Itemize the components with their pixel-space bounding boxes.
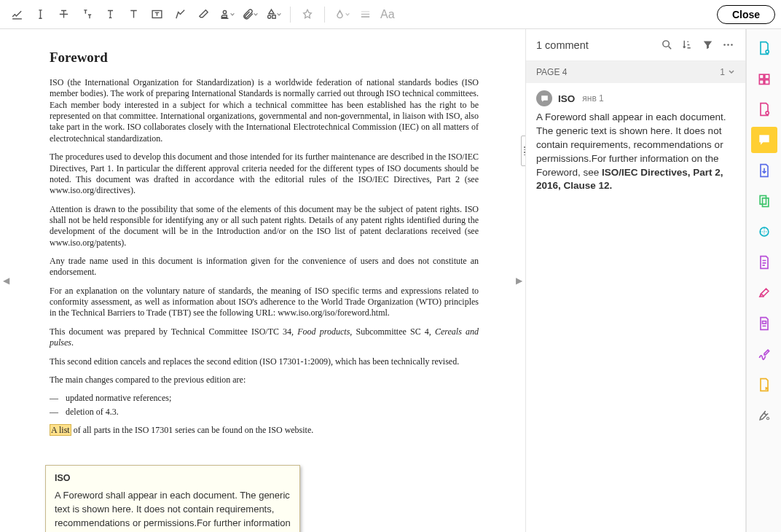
list-item: —deletion of 4.3. — [50, 407, 479, 418]
page-label: PAGE 4 — [536, 67, 567, 77]
svg-rect-10 — [764, 74, 769, 79]
next-page-button[interactable]: ▶ — [516, 275, 522, 286]
document-page: Foreword ISO (the International Organiza… — [26, 29, 502, 532]
close-button[interactable]: Close — [717, 5, 775, 24]
edit-pdf-icon[interactable] — [751, 96, 777, 122]
create-pdf-icon[interactable] — [751, 35, 777, 61]
page-heading: Foreword — [50, 50, 479, 66]
para-8: The main changes compared to the previou… — [50, 375, 479, 386]
pencil-underline-icon[interactable] — [6, 4, 28, 26]
para-3: Attention is drawn to the possibility th… — [50, 204, 479, 249]
organize-pages-icon[interactable] — [751, 188, 777, 214]
prev-page-button[interactable]: ◀ — [3, 275, 9, 286]
comments-panel: 1 comment PAGE 4 1 ISO янв 1 — [526, 29, 746, 532]
note-body: A Foreword shall appear in each document… — [55, 489, 291, 532]
combine-files-icon[interactable] — [751, 66, 777, 92]
text-cursor-icon[interactable] — [29, 4, 51, 26]
prepare-form-icon[interactable] — [751, 310, 777, 337]
svg-rect-12 — [764, 80, 769, 85]
comments-header: 1 comment — [526, 29, 745, 61]
highlight-marker[interactable]: A list — [50, 424, 71, 436]
fill-color-icon[interactable] — [331, 4, 353, 26]
svg-rect-9 — [759, 74, 764, 79]
draw-freehand-icon[interactable] — [169, 4, 191, 26]
text-insert-icon[interactable] — [99, 4, 121, 26]
comment-tool-icon[interactable] — [751, 127, 777, 153]
sign-tool-icon[interactable] — [751, 341, 777, 367]
text-strike-icon[interactable] — [52, 4, 74, 26]
comment-item[interactable]: ISO янв 1 A Foreword shall appear in eac… — [526, 83, 745, 202]
svg-rect-17 — [762, 321, 766, 324]
font-size-label[interactable]: Aa — [377, 8, 398, 21]
annotation-toolbar: Aa Close — [0, 0, 781, 29]
para-9: A list of all parts in the ISO 17301 ser… — [50, 425, 479, 436]
para-4: Any trade name used in this document is … — [50, 256, 479, 278]
svg-point-7 — [731, 44, 733, 46]
para-6: This document was prepared by Technical … — [50, 326, 479, 349]
page-comment-count: 1 — [720, 67, 735, 77]
separator — [290, 7, 291, 23]
send-feedback-icon[interactable] — [751, 372, 777, 398]
svg-point-2 — [267, 15, 270, 18]
para-2: The procedures used to develop this docu… — [50, 152, 479, 196]
para-1: ISO (the International Organization for … — [50, 77, 479, 144]
search-icon[interactable] — [656, 35, 677, 55]
export-pdf-icon[interactable] — [751, 157, 777, 184]
sticky-note-popup[interactable]: ISO A Foreword shall appear in each docu… — [45, 465, 300, 532]
note-author: ISO — [55, 473, 291, 483]
textbox-icon[interactable] — [146, 4, 168, 26]
text-replace-icon[interactable] — [76, 4, 98, 26]
stamp-icon[interactable] — [216, 4, 238, 26]
sort-icon[interactable] — [677, 35, 697, 55]
svg-point-6 — [727, 44, 729, 46]
comment-date: янв 1 — [582, 93, 604, 103]
split-handle[interactable] — [521, 136, 526, 166]
eraser-icon[interactable] — [192, 4, 214, 26]
pin-icon[interactable] — [297, 4, 318, 26]
more-options-icon[interactable] — [718, 35, 738, 55]
comment-body: A Foreword shall appear in each document… — [536, 111, 735, 193]
enhance-scans-icon[interactable] — [751, 219, 777, 245]
attachment-icon[interactable] — [239, 4, 261, 26]
svg-point-1 — [223, 11, 226, 14]
text-tool-icon[interactable] — [122, 4, 144, 26]
list-item: —updated normative references; — [50, 393, 479, 404]
protect-icon[interactable] — [751, 249, 777, 275]
fill-sign-icon[interactable] — [751, 280, 777, 306]
separator — [324, 7, 325, 23]
comment-type-icon — [536, 90, 552, 106]
para-5: For an explanation on the voluntary natu… — [50, 286, 479, 319]
comment-author: ISO — [558, 93, 575, 104]
svg-point-4 — [662, 41, 669, 47]
line-weight-icon[interactable] — [354, 4, 376, 26]
filter-icon[interactable] — [697, 35, 718, 55]
svg-rect-3 — [272, 15, 275, 18]
page-viewport: ◀ ▶ Foreword ISO (the International Orga… — [0, 29, 526, 532]
svg-rect-11 — [759, 80, 764, 85]
comments-title: 1 comment — [536, 39, 656, 51]
tools-rail — [746, 29, 781, 532]
para-7: This second edition cancels and replaces… — [50, 356, 479, 367]
svg-point-5 — [723, 44, 726, 46]
more-tools-icon[interactable] — [751, 402, 777, 429]
comments-page-band[interactable]: PAGE 4 1 — [526, 61, 745, 83]
shapes-icon[interactable] — [262, 4, 284, 26]
